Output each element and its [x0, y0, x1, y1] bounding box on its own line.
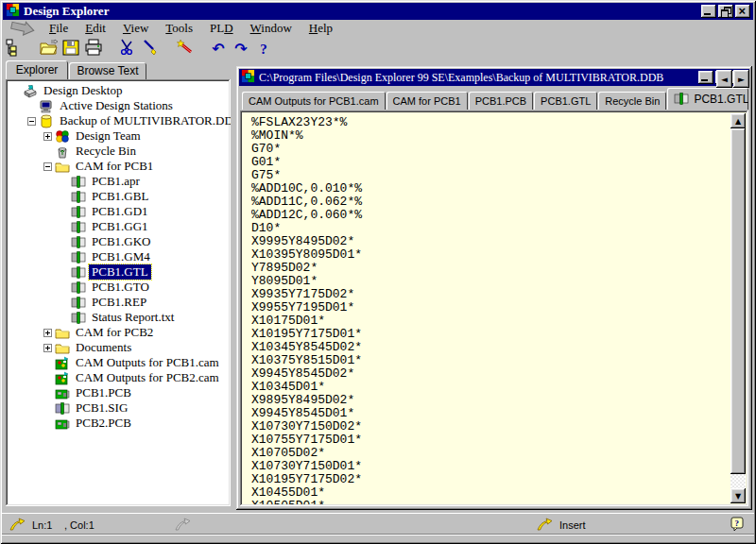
- open-button[interactable]: [37, 38, 60, 60]
- explorer-tree: Design DesktopActive Design StationsBack…: [6, 79, 231, 506]
- expander-plus-icon[interactable]: [43, 128, 55, 144]
- design-explorer-window: Design Explorer FileEditViewToolsPLDWind…: [0, 0, 756, 544]
- drop-arrow-icon[interactable]: [9, 21, 41, 36]
- tree-item-pcb1-sig[interactable]: PCB1.SIG: [9, 400, 228, 416]
- document-titlebar[interactable]: C:\Program Files\Design Explorer 99 SE\E…: [239, 69, 749, 86]
- gerber-text[interactable]: %FSLAX23Y23*% %MOIN*% G70* G01* G75* %AD…: [251, 116, 728, 504]
- tree-item-active-design-stations[interactable]: Active Design Stations: [9, 98, 228, 113]
- tree-item-label: PCB1.GTL: [89, 264, 151, 280]
- scrollbar-thumb[interactable]: [730, 128, 746, 474]
- restore-button[interactable]: [718, 5, 733, 18]
- brush-icon: [141, 38, 160, 60]
- tab-scroll-left-button[interactable]: ◄: [716, 70, 732, 88]
- help-button[interactable]: ?: [252, 38, 275, 60]
- explorer-toggle-button[interactable]: [3, 38, 26, 60]
- tree-item-documents[interactable]: Documents: [9, 340, 228, 355]
- scroll-down-button[interactable]: ▼: [730, 488, 746, 503]
- menu-help[interactable]: Help: [301, 20, 341, 37]
- tree-connector: [59, 204, 71, 219]
- tree-item-pcb1-gg1[interactable]: PCB1.GG1: [9, 219, 228, 234]
- menu-pld[interactable]: PLD: [201, 20, 242, 37]
- tree-item-recycle-bin[interactable]: Recycle Bin: [9, 144, 228, 159]
- team-icon: [55, 129, 72, 144]
- tree-item-status-report-txt[interactable]: Status Report.txt: [9, 310, 228, 325]
- main-titlebar[interactable]: Design Explorer: [3, 3, 753, 20]
- pcb-doc-icon: [55, 386, 72, 400]
- tree-item-label: PCB1.GG1: [89, 219, 151, 234]
- tree-item-label: Recycle Bin: [73, 144, 139, 159]
- menu-edit[interactable]: Edit: [77, 20, 114, 37]
- expander-minus-icon[interactable]: [26, 113, 39, 128]
- status-bar: Ln:1 , Col:1 Insert ?: [2, 513, 754, 533]
- cut-button[interactable]: [116, 38, 139, 60]
- scroll-up-button[interactable]: ▲: [730, 113, 746, 128]
- doc-tab-cam-for-pcb1[interactable]: CAM for PCB1: [387, 92, 468, 110]
- tree-item-label: PCB2.PCB: [73, 416, 134, 431]
- minimize-button[interactable]: [698, 71, 713, 84]
- tree-item-design-desktop[interactable]: Design Desktop: [9, 83, 228, 98]
- menu-file[interactable]: File: [41, 20, 77, 37]
- tree-item-cam-outputs-for-pcb1-cam[interactable]: CAM Outputs for PCB1.cam: [9, 355, 228, 370]
- help-icon: ?: [260, 41, 267, 58]
- tree-item-pcb1-gbl[interactable]: PCB1.GBL: [9, 189, 228, 204]
- tab-scroll-right-button[interactable]: ►: [733, 70, 749, 88]
- status-help-icon[interactable]: ?: [730, 517, 745, 532]
- tree-item-cam-outputs-for-pcb2-cam[interactable]: CAM Outputs for PCB2.cam: [9, 370, 228, 385]
- tree-item-pcb1-rep[interactable]: PCB1.REP: [9, 295, 228, 310]
- tree-item-pcb1-pcb[interactable]: PCB1.PCB: [9, 385, 228, 400]
- close-button[interactable]: [735, 5, 750, 18]
- tree-item-cam-for-pcb2[interactable]: CAM for PCB2: [9, 325, 228, 340]
- scissors-icon: [118, 38, 137, 60]
- toolbar: ↶↷?: [3, 37, 753, 60]
- expander-plus-icon[interactable]: [43, 340, 55, 355]
- menu-tools[interactable]: Tools: [157, 20, 201, 37]
- print-button[interactable]: [82, 38, 105, 60]
- paste-button[interactable]: [139, 38, 162, 60]
- undo-button[interactable]: ↶: [207, 38, 230, 60]
- tree-item-label: PCB1.GM4: [89, 249, 153, 264]
- tree-item-design-team[interactable]: Design Team: [9, 128, 228, 144]
- text-editor[interactable]: %FSLAX23Y23*% %MOIN*% G70* G01* G75* %AD…: [240, 110, 748, 506]
- tree-item-pcb1-gd1[interactable]: PCB1.GD1: [9, 204, 228, 219]
- tree-item-pcb2-pcb[interactable]: PCB2.PCB: [9, 416, 228, 431]
- tree-item-label: PCB1.SIG: [73, 400, 130, 416]
- tab-browse-text[interactable]: Browse Text: [69, 62, 146, 79]
- tree-item-pcb1-apr[interactable]: PCB1.apr: [9, 174, 228, 189]
- vertical-scrollbar[interactable]: ▲ ▼: [730, 113, 746, 503]
- menu-window[interactable]: Window: [242, 20, 301, 37]
- doc-tab-recycle-bin[interactable]: Recycle Bin: [598, 92, 666, 110]
- redo-button[interactable]: ↷: [230, 38, 252, 60]
- tree-item-pcb1-gtl[interactable]: PCB1.GTL: [9, 264, 228, 280]
- doc-tab-pcb1-gtl-active[interactable]: PCB1.GTL: [667, 88, 748, 110]
- line-indicator: Ln:1: [32, 519, 52, 531]
- gerber-doc-icon: [71, 265, 88, 280]
- tree-item-cam-for-pcb1[interactable]: CAM for PCB1: [9, 159, 228, 174]
- gerber-doc-icon: [71, 175, 88, 189]
- doc-tab-pcb1-pcb[interactable]: PCB1.PCB: [469, 92, 533, 110]
- tree-item-pcb1-gko[interactable]: PCB1.GKO: [9, 234, 228, 249]
- save-button[interactable]: [60, 38, 82, 60]
- tree-connector: [59, 295, 71, 310]
- tree-item-label: PCB1.apr: [89, 174, 143, 189]
- doc-tab-cam-outputs-for-pcb1-cam[interactable]: CAM Outputs for PCB1.cam: [242, 92, 386, 110]
- expander-plus-icon[interactable]: [43, 325, 55, 340]
- document-icon: [241, 69, 255, 87]
- tree-item-label: CAM for PCB1: [73, 159, 156, 174]
- gerber-doc-icon: [71, 250, 88, 264]
- workstation-icon: [39, 99, 56, 113]
- tree-item-backup-of-multivibrator-ddb[interactable]: Backup of MULTIVIBRATOR.DDB: [9, 113, 228, 128]
- undo-icon: ↶: [212, 40, 224, 58]
- wizard-button[interactable]: [173, 38, 196, 60]
- tree-item-pcb1-gto[interactable]: PCB1.GTO: [9, 280, 228, 295]
- gerber-doc-icon: [71, 311, 88, 325]
- doc-tab-pcb1-gtl[interactable]: PCB1.GTL: [534, 92, 597, 110]
- tab-explorer[interactable]: Explorer: [6, 60, 68, 79]
- tree-connector: [43, 400, 55, 416]
- tree-item-pcb1-gm4[interactable]: PCB1.GM4: [9, 249, 228, 264]
- tree-connector: [10, 83, 23, 98]
- menu-view[interactable]: View: [114, 20, 157, 37]
- expander-minus-icon[interactable]: [43, 159, 55, 174]
- open-folder-icon: [39, 38, 58, 60]
- minimize-button[interactable]: [701, 5, 716, 18]
- tree-item-label: Active Design Stations: [57, 98, 176, 113]
